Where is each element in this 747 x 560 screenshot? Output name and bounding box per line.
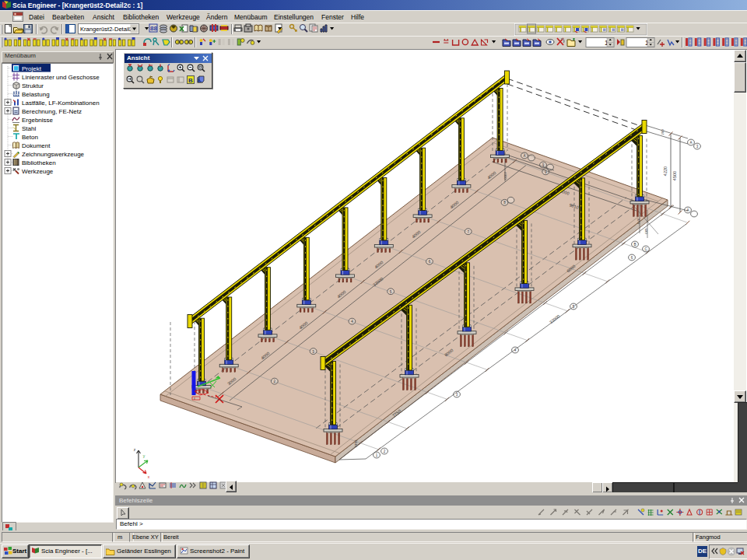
svg-text:200: 200 [661,129,665,135]
svg-text:Werkzeuge: Werkzeuge [22,168,54,175]
svg-text:y: y [143,453,146,458]
svg-text:32000: 32000 [549,313,561,324]
svg-text:Lastfälle, LF-Kombinationen: Lastfälle, LF-Kombinationen [22,100,100,107]
svg-text:Projekt: Projekt [22,65,42,72]
svg-text:Linienraster und Geschosse: Linienraster und Geschosse [22,74,100,81]
svg-text:Berechnung, FE-Netz: Berechnung, FE-Netz [22,108,82,115]
svg-text:Bibliotheken: Bibliotheken [22,159,56,166]
svg-text:Dokument: Dokument [22,142,51,149]
svg-text:A: A [689,141,692,145]
svg-text:z: z [134,447,136,452]
svg-text:Beton: Beton [22,134,38,141]
svg-text:4500: 4500 [672,171,677,180]
svg-text:4000: 4000 [503,172,507,180]
svg-text:Krangerüst2-Detail2c: Krangerüst2-Detail2c [80,26,136,33]
svg-text:3610: 3610 [354,439,358,447]
svg-text:Ergebnisse: Ergebnisse [22,117,54,124]
svg-text:Belastung: Belastung [22,91,50,98]
svg-text:Struktur: Struktur [22,82,44,89]
svg-text:Stahl: Stahl [22,125,36,132]
svg-text:4220: 4220 [663,166,668,176]
svg-text:Zeichnungswerkzeuge: Zeichnungswerkzeuge [22,151,85,158]
svg-text:A: A [523,154,525,158]
svg-text:88: 88 [150,25,157,32]
svg-text:x: x [148,474,150,479]
svg-text:B: B [633,243,636,247]
